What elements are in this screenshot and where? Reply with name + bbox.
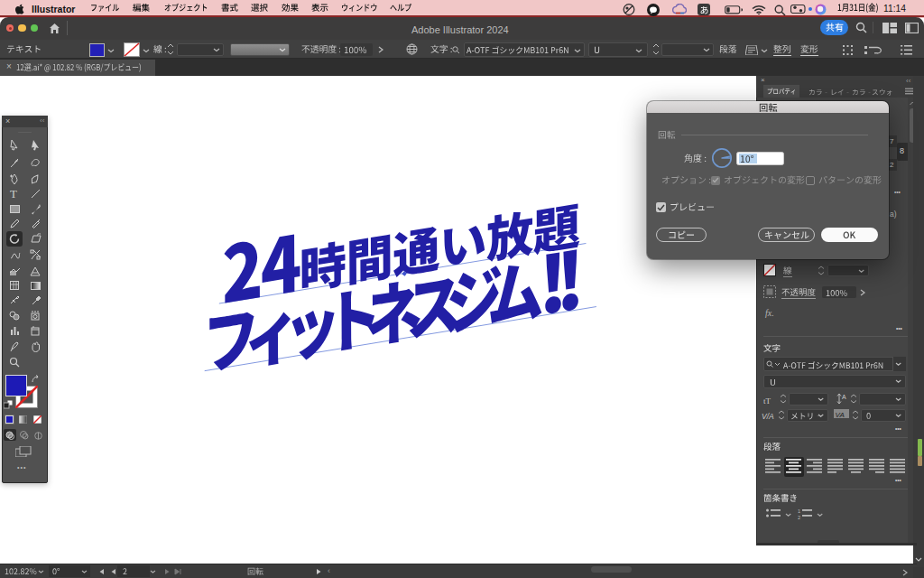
- svg-text:T: T: [10, 188, 17, 200]
- svg-text:VA: VA: [836, 411, 845, 419]
- svg-text:1: 1: [798, 508, 800, 514]
- svg-text:A: A: [842, 394, 846, 400]
- svg-text:2: 2: [798, 515, 800, 520]
- svg-text:V/A: V/A: [762, 412, 774, 421]
- svg-text:tT: tT: [763, 396, 772, 405]
